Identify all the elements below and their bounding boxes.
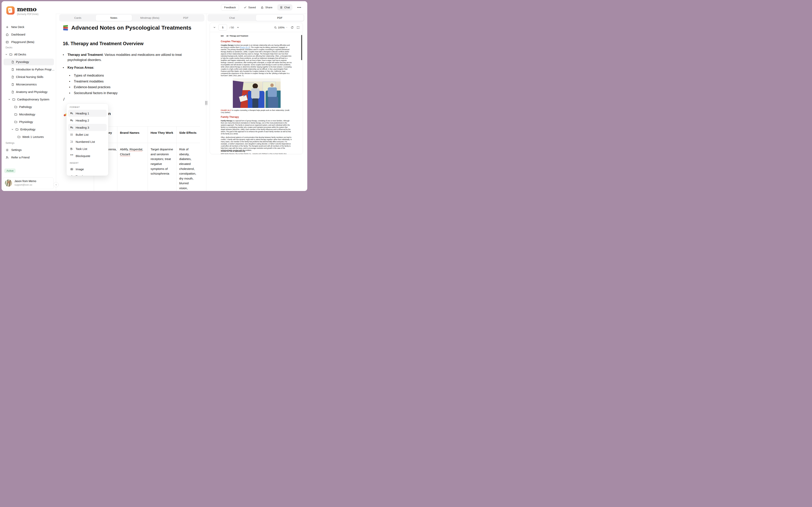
file-icon	[11, 83, 14, 86]
panel-resize-handle[interactable]	[205, 100, 208, 106]
folder-icon	[14, 113, 17, 116]
tab-pdf[interactable]: PDF	[168, 15, 204, 21]
pdf-heading-couples: Couples Therapy	[221, 40, 292, 43]
table-cell[interactable]: Abilify, Risperdal, Clozaril	[117, 143, 148, 191]
search-icon	[274, 26, 277, 29]
folder-icon	[9, 53, 12, 56]
pdf-scrollbar[interactable]	[301, 35, 302, 60]
tab-cards[interactable]: Cards	[60, 15, 96, 21]
tree-item-embryology[interactable]: Embryology	[2, 126, 56, 133]
tab-pdf-viewer[interactable]: PDF	[256, 15, 304, 21]
page-next-button[interactable]	[237, 26, 239, 29]
zoom-control[interactable]: 100%	[274, 26, 288, 29]
chevron-down-icon	[11, 128, 14, 130]
pdf-page: 62016 • Therapy and Treatment Couples Th…	[210, 32, 303, 154]
menu-item-blockquote[interactable]: ”” Blockquote	[68, 152, 107, 159]
more-menu-button[interactable]: •••	[297, 5, 301, 9]
sidebar-item-playground[interactable]: Playground (Beta)	[2, 38, 56, 46]
figure-link[interactable]: Figure 16.17	[240, 46, 250, 48]
tree-item-label: Introduction to Python Progra...	[16, 68, 55, 71]
tree-item-microbiology[interactable]: Microbiology	[2, 111, 56, 118]
feedback-button[interactable]: Feedback	[221, 4, 239, 11]
bullet-list[interactable]: •Therapy and Treatment: Various modaliti…	[63, 52, 185, 96]
menu-item-bullet-list[interactable]: Bullet List	[68, 131, 107, 138]
heading-2-icon: H2	[70, 119, 74, 122]
tree-item-week1-lectures[interactable]: Week 1 Lectures	[2, 133, 56, 140]
tree-item-label: Cardiopulmonary System	[17, 98, 49, 101]
menu-item-heading-1[interactable]: H1 Heading 1	[68, 110, 107, 117]
list-item[interactable]: •Treatment modalities	[69, 78, 185, 84]
tree-item-cardiopulmonary[interactable]: Cardiopulmonary System	[2, 96, 56, 103]
books-icon	[63, 25, 69, 31]
fullscreen-icon[interactable]	[297, 26, 300, 29]
tree-item-pyscology[interactable]: Pyscology	[4, 59, 54, 65]
menu-item-image[interactable]: Image	[68, 166, 107, 173]
sidebar-item-refer-friend[interactable]: Refer a Friend	[2, 154, 56, 161]
user-card[interactable]: Jason from Memo support@xon.so	[3, 177, 54, 189]
sidebar-item-new-deck[interactable]: New Deck	[2, 23, 56, 31]
chevron-down-icon	[5, 53, 7, 56]
app-subtitle: (formerly PDF2Anki)	[17, 13, 39, 15]
right-panel-tabs: Chat PDF	[208, 14, 304, 21]
tree-item-label: Physiology	[19, 120, 33, 123]
refresh-icon[interactable]	[291, 26, 294, 29]
tree-item-label: Pathology	[19, 105, 32, 109]
table-cell[interactable]: Risk of obesity, diabetes, elevated chol…	[176, 143, 200, 191]
numbered-list-icon: 12	[70, 140, 74, 143]
app-title: memo	[17, 6, 39, 12]
menu-item-heading-3[interactable]: H3 Heading 3	[68, 124, 107, 131]
tree-item-python[interactable]: Introduction to Python Progra...	[2, 66, 56, 73]
collapse-sidebar-button[interactable]	[53, 182, 59, 187]
tree-item-label: Anatomy and Physiology	[16, 90, 48, 94]
share-button[interactable]: Share	[261, 6, 272, 9]
tree-item-anatomy[interactable]: Anatomy and Physiology	[2, 88, 56, 96]
file-icon	[11, 68, 14, 71]
page-previous-button[interactable]	[213, 26, 216, 29]
tree-item-label: Microeconomics	[16, 83, 37, 86]
toggle-icon	[70, 175, 74, 176]
list-item[interactable]: •Sociocultural factors in therapy	[69, 90, 185, 96]
main-tabs: Cards Notes Mindmap (Beta) PDF	[59, 14, 204, 21]
tree-item-physiology[interactable]: Physiology	[2, 118, 56, 126]
header-cell[interactable]: Brand Names	[117, 126, 148, 143]
tree-item-clinical-nursing[interactable]: Clinical Nursing Skills	[2, 73, 56, 81]
list-item[interactable]: •Evidence-based practices	[69, 84, 185, 90]
tree-item-pathology[interactable]: Pathology	[2, 103, 56, 111]
menu-item-toggle[interactable]: Toggle	[68, 173, 107, 176]
table-cell[interactable]: Target dopamine and serotonin receptors;…	[148, 143, 176, 191]
decks-section-label: Decks	[5, 46, 12, 49]
figure-image	[233, 78, 281, 108]
top-bar: Feedback Saved Share Chat •••	[56, 1, 307, 14]
chat-toggle-button[interactable]: Chat	[277, 4, 293, 10]
list-item[interactable]: •Key Focus Areas:	[63, 65, 185, 70]
list-item[interactable]: •Therapy and Treatment: Various modaliti…	[63, 52, 185, 62]
menu-item-task-list[interactable]: Task List	[68, 145, 107, 152]
tab-notes[interactable]: Notes	[96, 15, 132, 21]
tree-item-label: All Decks	[14, 53, 26, 56]
figure-caption: FIGURE 16.17 In couples counseling, a th…	[221, 110, 292, 114]
menu-item-heading-2[interactable]: H2 Heading 2	[68, 117, 107, 124]
check-icon	[244, 6, 247, 9]
sidebar-item-dashboard[interactable]: Dashboard	[2, 31, 56, 38]
tree-item-microeconomics[interactable]: Microeconomics	[2, 81, 56, 88]
tab-chat[interactable]: Chat	[208, 15, 256, 21]
sidebar-item-label: Playground (Beta)	[11, 41, 34, 44]
sidebar-item-label: Settings	[11, 148, 21, 152]
menu-item-numbered-list[interactable]: 12 Numbered List	[68, 138, 107, 145]
folder-icon	[14, 105, 17, 109]
tab-mindmap[interactable]: Mindmap (Beta)	[132, 15, 168, 21]
heading-1-icon: H1	[70, 112, 74, 115]
page-number-input[interactable]	[218, 24, 227, 31]
svg-text:2: 2	[70, 142, 71, 143]
list-item[interactable]: •Types of medications	[69, 73, 185, 78]
text-cursor[interactable]: /	[63, 97, 64, 102]
folder-icon	[17, 135, 20, 138]
section-heading[interactable]: 16. Therapy and Treatment Overview	[63, 41, 144, 46]
tree-item-label: Embryology	[20, 128, 36, 131]
note-title[interactable]: Advanced Notes on Pyscological Treatment…	[63, 24, 191, 31]
header-cell[interactable]: Side Effects	[176, 126, 200, 143]
tree-item-all-decks[interactable]: All Decks	[2, 51, 56, 58]
tree-item-label: Week 1 Lectures	[22, 135, 44, 138]
header-cell[interactable]: How They Work	[148, 126, 176, 143]
sidebar-item-settings[interactable]: Settings	[2, 146, 56, 154]
